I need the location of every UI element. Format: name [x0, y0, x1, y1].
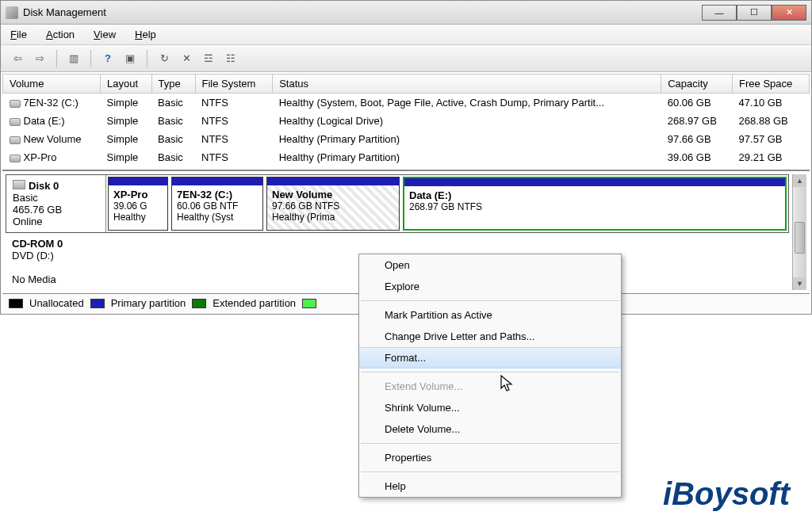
scroll-thumb[interactable] — [795, 222, 805, 254]
ctx-properties[interactable]: Properties — [359, 447, 621, 468]
titlebar: Disk Management — ☐ ✕ — [1, 1, 811, 25]
partition-data[interactable]: Data (E:)268.97 GB NTFS — [403, 177, 787, 231]
col-fs[interactable]: File System — [195, 74, 273, 94]
maximize-button[interactable]: ☐ — [737, 5, 772, 21]
context-menu: Open Explore Mark Partition as Active Ch… — [358, 254, 622, 498]
table-row[interactable]: 7EN-32 (C:)SimpleBasicNTFSHealthy (Syste… — [3, 94, 810, 113]
app-icon — [6, 6, 18, 19]
ctx-change-drive-letter[interactable]: Change Drive Letter and Paths... — [359, 326, 621, 347]
menubar: File Action View Help — [1, 25, 811, 45]
volume-icon — [10, 100, 21, 108]
ctx-shrink-volume[interactable]: Shrink Volume... — [359, 397, 621, 418]
table-row[interactable]: XP-ProSimpleBasicNTFSHealthy (Primary Pa… — [3, 148, 810, 166]
close-button[interactable]: ✕ — [772, 5, 806, 21]
col-type[interactable]: Type — [151, 74, 195, 94]
menu-view[interactable]: View — [94, 29, 116, 40]
refresh-icon[interactable]: ↻ — [155, 50, 173, 67]
toolbar: ⇦ ⇨ ▥ ? ▣ ↻ ✕ ☲ ☷ — [1, 45, 811, 72]
swatch-free — [302, 299, 316, 308]
menu-help[interactable]: Help — [135, 29, 156, 40]
partition-newvolume[interactable]: New Volume97.66 GB NTFSHealthy (Prima — [266, 177, 400, 231]
scroll-up-icon[interactable]: ▲ — [793, 174, 806, 187]
forward-button[interactable]: ⇨ — [31, 50, 48, 67]
ctx-help[interactable]: Help — [359, 475, 621, 497]
partition-7en32[interactable]: 7EN-32 (C:)60.06 GB NTFHealthy (Syst — [171, 177, 263, 231]
menu-action[interactable]: Action — [46, 29, 75, 40]
col-free[interactable]: Free Space — [733, 74, 810, 94]
scrollbar[interactable]: ▲ ▼ — [792, 174, 806, 290]
ctx-extend-volume: Extend Volume... — [359, 376, 621, 397]
ctx-format[interactable]: Format... — [359, 347, 621, 368]
back-button[interactable]: ⇦ — [9, 50, 26, 67]
cursor-icon — [500, 374, 515, 397]
ctx-open[interactable]: Open — [359, 254, 621, 276]
watermark: iBoysoft — [663, 476, 790, 512]
ctx-explore[interactable]: Explore — [359, 276, 621, 297]
help-icon[interactable]: ? — [99, 50, 117, 67]
volume-icon — [10, 136, 21, 144]
properties-icon[interactable]: ☷ — [222, 50, 239, 67]
col-layout[interactable]: Layout — [101, 74, 151, 94]
window-title: Disk Management — [23, 6, 702, 18]
minimize-button[interactable]: — — [702, 5, 737, 21]
show-button[interactable]: ▣ — [121, 50, 139, 67]
partition-xppro[interactable]: XP-Pro39.06 GHealthy — [108, 177, 168, 231]
volume-icon — [10, 118, 21, 126]
col-capacity[interactable]: Capacity — [661, 74, 733, 94]
disk0-label[interactable]: Disk 0 Basic 465.76 GB Online — [6, 175, 106, 232]
volume-icon — [10, 155, 21, 162]
swatch-primary — [90, 299, 105, 308]
settings-icon[interactable]: ☲ — [200, 50, 217, 67]
table-row[interactable]: Data (E:)SimpleBasicNTFSHealthy (Logical… — [3, 112, 810, 130]
scroll-down-icon[interactable]: ▼ — [793, 277, 806, 290]
ctx-mark-active[interactable]: Mark Partition as Active — [359, 304, 621, 326]
ctx-delete-volume[interactable]: Delete Volume... — [359, 418, 621, 440]
delete-icon[interactable]: ✕ — [178, 50, 195, 67]
col-volume[interactable]: Volume — [3, 74, 101, 94]
disk0-row: Disk 0 Basic 465.76 GB Online XP-Pro39.0… — [6, 174, 789, 233]
volume-table: Volume Layout Type File System Status Ca… — [2, 74, 810, 166]
up-button[interactable]: ▥ — [65, 50, 82, 67]
menu-file[interactable]: File — [10, 29, 27, 40]
col-status[interactable]: Status — [273, 74, 661, 94]
swatch-unallocated — [9, 299, 23, 308]
swatch-extended — [192, 299, 206, 308]
table-row[interactable]: New VolumeSimpleBasicNTFSHealthy (Primar… — [3, 130, 810, 148]
disk-icon — [13, 180, 25, 189]
